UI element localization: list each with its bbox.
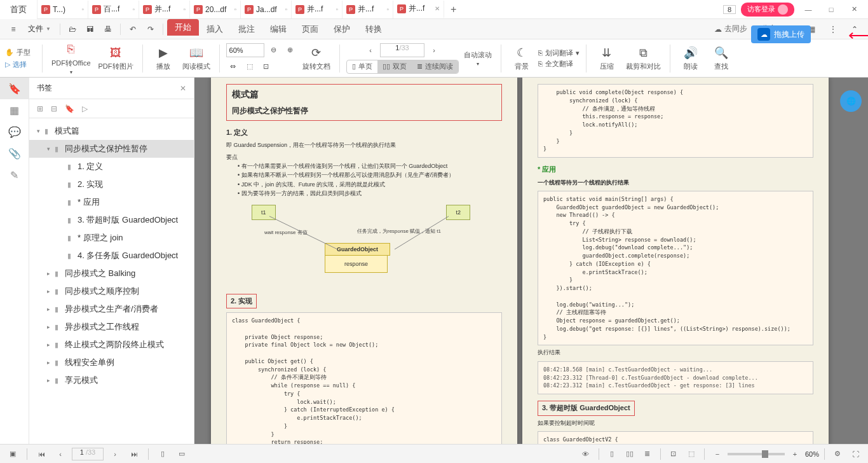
tab-4[interactable]: PJa...df▫ <box>241 1 292 18</box>
fit-page-icon[interactable]: ⬚ <box>243 60 257 74</box>
tab-menu-icon[interactable]: ▫ <box>285 6 287 13</box>
compress[interactable]: ⇊压缩 <box>593 45 621 71</box>
panel-toggle-icon[interactable]: ▣ <box>5 447 20 461</box>
fullscreen-icon[interactable]: ⛶ <box>848 447 863 461</box>
bookmark-item[interactable]: ▮4. 多任务版 GuardedObject <box>29 247 194 265</box>
bookmark-icon[interactable]: 🔖 <box>0 78 29 99</box>
play-button[interactable]: ▶播放 <box>149 45 177 71</box>
bookmark-item[interactable]: ▮2. 实现 <box>29 176 194 193</box>
single-page[interactable]: ▯ 单页 <box>347 60 377 73</box>
tab-3[interactable]: P20...df▫ <box>190 1 241 18</box>
bookmark-play-icon[interactable]: ▷ <box>82 104 88 113</box>
open-icon[interactable]: 🗁 <box>64 21 81 38</box>
autoscroll[interactable]: 自动滚动▾ <box>461 50 494 67</box>
bookmark-item[interactable]: ▮* 应用 <box>29 193 194 211</box>
drag-upload-tip[interactable]: ☁ 拖拽上传 <box>751 25 811 43</box>
tab-5[interactable]: P并...f▫ <box>292 1 342 18</box>
ribbon-插入[interactable]: 插入 <box>199 19 231 39</box>
word-translate[interactable]: ⎘ 划词翻译 ▾ <box>538 48 580 58</box>
select-tool[interactable]: ▷ 选择 <box>5 60 31 69</box>
sync-button[interactable]: ☁ 去同步 <box>714 24 747 34</box>
bookmark-item[interactable]: ▾▮模式篇 <box>29 122 194 140</box>
zoom-out-icon[interactable]: ⊖ <box>267 43 281 57</box>
layout1-icon[interactable]: ▯ <box>604 447 620 461</box>
last-page-btn[interactable]: ⏭ <box>126 447 142 461</box>
tab-7[interactable]: P并...f✕ <box>393 1 444 18</box>
collapse-all-icon[interactable]: ⊟ <box>51 104 57 113</box>
add-tab[interactable]: + <box>444 4 463 15</box>
undo-icon[interactable]: ↶ <box>125 21 141 38</box>
maximize-button[interactable]: □ <box>822 3 840 17</box>
caret-icon[interactable]: ▸ <box>47 306 53 312</box>
fit1-icon[interactable]: ⊡ <box>666 447 681 461</box>
zoom-slider[interactable] <box>728 453 785 455</box>
bookmark-item[interactable]: ▸▮线程安全单例 <box>29 354 194 371</box>
zoom-in-btn[interactable]: + <box>787 447 803 461</box>
rotate-button[interactable]: ⟳旋转文档 <box>300 45 333 71</box>
document-viewport[interactable]: 模式篇 同步模式之保护性暂停 1. 定义 即 Guarded Suspensio… <box>194 78 868 444</box>
ribbon-转换[interactable]: 转换 <box>358 19 390 39</box>
expand-all-icon[interactable]: ⊞ <box>37 104 43 113</box>
caret-icon[interactable]: ▸ <box>47 359 53 366</box>
bookmark-item[interactable]: ▸▮同步模式之顺序控制 <box>29 282 194 300</box>
status-page-input[interactable]: 1 /33 <box>72 448 104 460</box>
file-menu[interactable]: 文件▼ <box>23 24 56 34</box>
zoom-in-icon[interactable]: ⊕ <box>283 43 297 57</box>
redo-icon[interactable]: ↷ <box>142 21 159 38</box>
bookmark-item[interactable]: ▾▮同步模式之保护性暂停 <box>29 140 194 158</box>
close-button[interactable]: ✕ <box>845 3 863 17</box>
tab-menu-icon[interactable]: ▫ <box>132 6 135 13</box>
bookmark-item[interactable]: ▸▮异步模式之生产者/消费者 <box>29 300 194 318</box>
layout3-icon[interactable]: ≣ <box>640 447 655 461</box>
settings-icon[interactable]: ⚙ <box>830 447 845 461</box>
ribbon-保护[interactable]: 保护 <box>326 19 358 39</box>
caret-icon[interactable]: ▾ <box>37 128 43 134</box>
add-bookmark-icon[interactable]: 🔖 <box>65 104 74 113</box>
pdf-to-office[interactable]: ⎘PDF转Office▾ <box>49 42 93 75</box>
tab-2[interactable]: P并...f▫ <box>139 1 190 18</box>
view2-icon[interactable]: ▭ <box>174 447 189 461</box>
ribbon-开始[interactable]: 开始 <box>167 19 199 36</box>
more-icon[interactable]: ⋮ <box>825 21 841 38</box>
hamburger-icon[interactable]: ≡ <box>5 21 22 38</box>
background[interactable]: ☾背景 <box>508 45 536 71</box>
zoom-out-btn[interactable]: − <box>710 447 725 461</box>
pdf-to-image[interactable]: 🖼PDF转图片 <box>96 45 136 71</box>
print-icon[interactable]: 🖶 <box>100 21 116 38</box>
tab-6[interactable]: P并...f▫ <box>342 1 393 18</box>
translate-float-icon[interactable]: 🌐 <box>840 90 862 112</box>
bookmark-item[interactable]: ▸▮享元模式 <box>29 371 194 389</box>
tab-menu-icon[interactable]: ▫ <box>81 6 84 13</box>
comment-icon[interactable]: 💬 <box>0 121 29 142</box>
caret-icon[interactable]: ▸ <box>47 270 53 277</box>
prev-page-btn[interactable]: ‹ <box>53 447 68 461</box>
tab-0[interactable]: PT...)▫ <box>37 1 88 18</box>
read-aloud[interactable]: 🔊朗读 <box>677 45 705 71</box>
first-page-btn[interactable]: ⏮ <box>34 447 49 461</box>
actual-size-icon[interactable]: ⊡ <box>259 60 273 74</box>
bookmark-item[interactable]: ▸▮异步模式之工作线程 <box>29 318 194 336</box>
full-translate[interactable]: ⎘ 全文翻译 <box>538 59 573 69</box>
next-page-icon[interactable]: › <box>427 43 441 57</box>
double-page[interactable]: ▯▯ 双页 <box>377 60 412 73</box>
attachment-icon[interactable]: 📎 <box>0 142 29 164</box>
tab-menu-icon[interactable]: ▫ <box>234 6 236 13</box>
page-input[interactable]: 1/33 <box>380 43 424 57</box>
bookmark-item[interactable]: ▮3. 带超时版 GuardedObject <box>29 211 194 229</box>
bookmark-item[interactable]: ▸▮终止模式之两阶段终止模式 <box>29 336 194 354</box>
bookmark-item[interactable]: ▮1. 定义 <box>29 158 194 176</box>
edit-icon[interactable]: ✎ <box>0 164 29 186</box>
find[interactable]: 🔍查找 <box>707 45 735 71</box>
next-page-btn[interactable]: › <box>107 447 123 461</box>
ribbon-页面[interactable]: 页面 <box>294 19 326 39</box>
bookmark-item[interactable]: ▮* 原理之 join <box>29 229 194 247</box>
home-tab[interactable]: 首页 <box>0 0 37 19</box>
thumbnail-icon[interactable]: ▦ <box>0 99 29 121</box>
fit2-icon[interactable]: ⬚ <box>684 447 699 461</box>
tab-menu-icon[interactable]: ▫ <box>183 6 186 13</box>
crop-compare[interactable]: ⧉裁剪和对比 <box>623 45 663 71</box>
tab-close-icon[interactable]: ✕ <box>435 5 440 12</box>
first-page-icon[interactable]: ‹ <box>363 43 377 57</box>
read-mode[interactable]: 📖阅读模式 <box>180 45 213 71</box>
ribbon-批注[interactable]: 批注 <box>231 19 262 39</box>
